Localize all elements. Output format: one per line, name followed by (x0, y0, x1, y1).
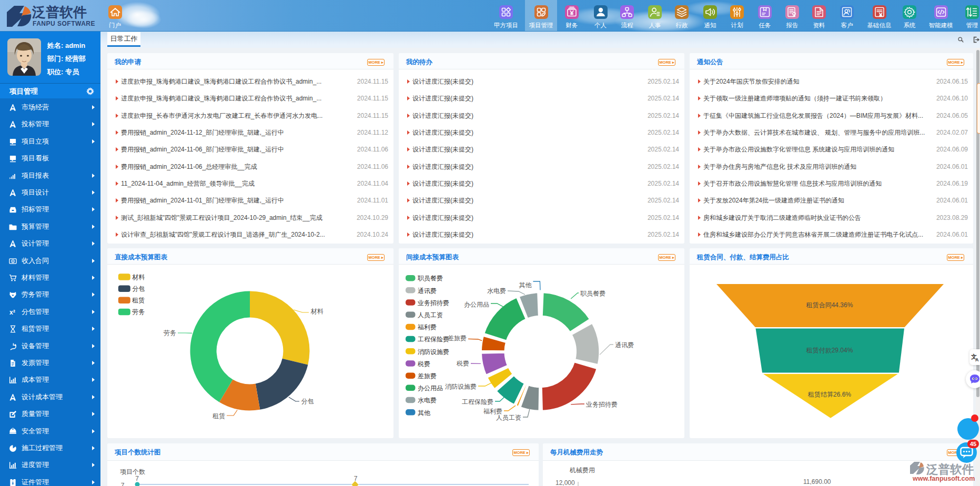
svg-text:租赁付款29.04%: 租赁付款29.04% (806, 347, 853, 354)
svg-text:材料: 材料 (132, 274, 145, 281)
svg-text:税费: 税费 (417, 360, 430, 368)
svg-text:劳务: 劳务 (132, 308, 145, 316)
svg-text:11,690.00: 11,690.00 (803, 478, 831, 485)
svg-text:其他: 其他 (418, 409, 431, 417)
svg-text:租赁结算26.6%: 租赁结算26.6% (807, 391, 851, 398)
svg-text:材料: 材料 (310, 308, 324, 315)
svg-text:水电费: 水电费 (487, 287, 506, 295)
svg-text:泛普软件: 泛普软件 (926, 463, 974, 476)
svg-text:7: 7 (135, 475, 139, 482)
svg-text:人员工资: 人员工资 (496, 414, 521, 421)
svg-text:7: 7 (121, 482, 125, 486)
svg-text:业务招待费: 业务招待费 (586, 401, 618, 408)
svg-text:x²: x² (9, 309, 15, 316)
svg-text:工程保险费: 工程保险费 (462, 398, 493, 406)
svg-text:其他: 其他 (519, 281, 532, 289)
svg-text:分包: 分包 (132, 285, 145, 292)
svg-text:租赁合同44.36%: 租赁合同44.36% (806, 301, 853, 309)
svg-text:12,000: 12,000 (555, 479, 575, 486)
svg-text:人员工资: 人员工资 (418, 311, 443, 319)
svg-text:www.fanpusoft.com: www.fanpusoft.com (912, 475, 975, 482)
svg-text:工程保险费: 工程保险费 (418, 336, 449, 343)
svg-text:分包: 分包 (301, 398, 314, 405)
svg-text:消防设施费: 消防设施费 (418, 348, 449, 356)
svg-text:差旅费: 差旅费 (447, 335, 467, 342)
svg-text:办公用品: 办公用品 (418, 384, 443, 392)
svg-text:业务招待费: 业务招待费 (418, 299, 449, 307)
svg-text:消防设施费: 消防设施费 (445, 383, 477, 390)
svg-text:A: A (975, 357, 979, 362)
svg-text:租赁: 租赁 (132, 297, 145, 304)
svg-text:水电费: 水电费 (418, 397, 437, 404)
svg-text:差旅费: 差旅费 (417, 372, 437, 380)
svg-text:职员餐费: 职员餐费 (580, 290, 605, 297)
svg-text:项目个数: 项目个数 (120, 468, 145, 475)
svg-text:通讯费: 通讯费 (615, 341, 634, 349)
svg-text:税费: 税费 (456, 360, 469, 367)
svg-text:机械费用: 机械费用 (569, 467, 595, 474)
svg-text:通讯费: 通讯费 (418, 287, 437, 295)
svg-text:租赁: 租赁 (212, 412, 225, 420)
svg-text:福利费: 福利费 (417, 323, 437, 331)
svg-text:职员餐费: 职员餐费 (418, 275, 443, 282)
svg-text:劳务: 劳务 (164, 329, 176, 337)
svg-text:办公用品: 办公用品 (464, 301, 489, 308)
